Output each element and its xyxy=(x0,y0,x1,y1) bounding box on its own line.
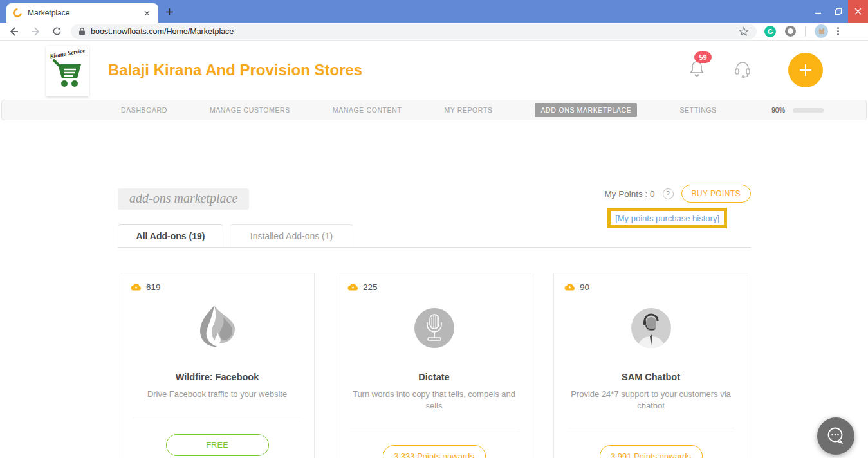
addon-card-wildfire[interactable]: 619 Wildfire: Facebook Drive Facebook tr… xyxy=(120,273,315,458)
chat-widget-button[interactable] xyxy=(817,417,854,455)
site-header: Kirana Service Balaji Kirana And Provisi… xyxy=(0,41,868,100)
browser-window: Marketplace xyxy=(0,0,868,458)
headset-icon xyxy=(734,60,751,78)
notifications-button[interactable]: 59 xyxy=(689,60,705,80)
addon-price-button[interactable]: 3,991 Points onwards xyxy=(600,445,703,458)
nav-item-addons-marketplace[interactable]: ADD-ONS MARKETPLACE xyxy=(535,103,637,117)
addon-cards: 619 Wildfire: Facebook Drive Facebook tr… xyxy=(120,273,748,458)
restore-button[interactable] xyxy=(828,0,848,23)
tab-close-icon[interactable] xyxy=(142,8,152,18)
chat-bubble-icon xyxy=(826,426,846,446)
my-points-value: My Points : 0 xyxy=(605,189,655,199)
notification-badge: 59 xyxy=(694,51,712,63)
addon-description: Drive Facebook traffic to your website xyxy=(131,389,304,400)
grammarly-extension-icon[interactable]: G xyxy=(764,26,776,37)
new-tab-icon[interactable] xyxy=(163,6,175,17)
window-controls xyxy=(808,0,868,23)
cloud-download-icon xyxy=(564,283,575,291)
main-nav: DASHBOARD MANAGE CUSTOMERS MANAGE CONTEN… xyxy=(1,100,867,120)
points-help-icon[interactable]: ? xyxy=(663,188,674,199)
extension-icon[interactable] xyxy=(785,26,796,37)
browser-toolbar: boost.nowfloats.com/Home/Marketplace G xyxy=(0,23,868,41)
completion-progress-bar xyxy=(793,108,824,113)
nav-item-settings[interactable]: SETTINGS xyxy=(679,106,716,114)
nav-item-manage-customers[interactable]: MANAGE CUSTOMERS xyxy=(210,106,290,114)
plus-icon xyxy=(798,62,813,78)
points-area: My Points : 0 ? BUY POINTS [My points pu… xyxy=(605,185,752,228)
page-title: Balaji Kirana And Provision Stores xyxy=(108,61,362,79)
lock-icon xyxy=(78,27,86,35)
forward-icon[interactable] xyxy=(31,26,41,37)
addon-description: Provide 24*7 support to your customers v… xyxy=(564,389,737,411)
flame-icon xyxy=(198,306,237,351)
shopping-cart-icon xyxy=(50,57,85,89)
minimize-button[interactable] xyxy=(808,0,828,23)
header-icons: 59 xyxy=(689,41,823,100)
card-divider xyxy=(567,428,735,428)
addons-tabs: All Add-ons (19) Installed Add-ons (1) xyxy=(118,224,751,248)
bookmark-star-icon[interactable] xyxy=(739,26,749,37)
business-logo[interactable]: Kirana Service xyxy=(46,46,89,96)
completion-percent: 90% xyxy=(771,106,785,114)
section-title: add-ons marketplace xyxy=(118,188,249,210)
toolbar-divider xyxy=(805,26,806,37)
browser-titlebar: Marketplace xyxy=(0,0,868,23)
back-icon[interactable] xyxy=(8,26,19,37)
card-divider xyxy=(133,417,301,417)
url-bar[interactable]: boost.nowfloats.com/Home/Marketplace xyxy=(71,24,757,39)
addon-title: Wildfire: Facebook xyxy=(131,372,304,382)
tab-title: Marketplace xyxy=(28,8,142,17)
microphone-icon xyxy=(423,313,445,343)
tab-all-addons[interactable]: All Add-ons (19) xyxy=(118,224,223,247)
addon-price-button[interactable]: FREE xyxy=(166,434,269,456)
extension-area: G xyxy=(764,24,844,38)
card-divider xyxy=(350,428,518,428)
add-content-button[interactable] xyxy=(788,53,823,87)
support-agent-icon xyxy=(631,308,671,348)
install-count: 90 xyxy=(564,282,737,292)
addon-description: Turn words into copy that tells, compels… xyxy=(347,389,521,411)
profile-avatar[interactable] xyxy=(815,24,828,38)
addon-card-sam-chatbot[interactable]: 90 SAM Chatbot Provide 24*7 support to y… xyxy=(553,273,748,458)
refresh-icon[interactable] xyxy=(52,26,62,36)
cloud-download-icon xyxy=(347,283,358,291)
url-text: boost.nowfloats.com/Home/Marketplace xyxy=(91,27,234,36)
buy-points-button[interactable]: BUY POINTS xyxy=(681,185,751,203)
cloud-download-icon xyxy=(131,283,142,291)
addon-title: SAM Chatbot xyxy=(564,372,737,382)
support-button[interactable] xyxy=(734,60,751,80)
site-favicon xyxy=(11,6,24,19)
nav-item-my-reports[interactable]: MY REPORTS xyxy=(444,106,492,114)
addon-card-dictate[interactable]: 225 Dictate Turn words into copy that te… xyxy=(337,273,531,458)
nav-item-dashboard[interactable]: DASHBOARD xyxy=(121,106,167,114)
tab-installed-addons[interactable]: Installed Add-ons (1) xyxy=(230,224,353,247)
browser-menu-icon[interactable] xyxy=(837,27,839,35)
install-count: 619 xyxy=(131,282,304,292)
install-count: 225 xyxy=(347,282,521,292)
close-button[interactable] xyxy=(848,0,868,23)
browser-tab[interactable]: Marketplace xyxy=(6,3,158,23)
points-purchase-history-link[interactable]: [My points purchase history] xyxy=(615,214,719,223)
addon-price-button[interactable]: 3,333 Points onwards xyxy=(383,445,486,458)
nav-item-manage-content[interactable]: MANAGE CONTENT xyxy=(333,106,402,114)
addon-title: Dictate xyxy=(347,372,521,382)
